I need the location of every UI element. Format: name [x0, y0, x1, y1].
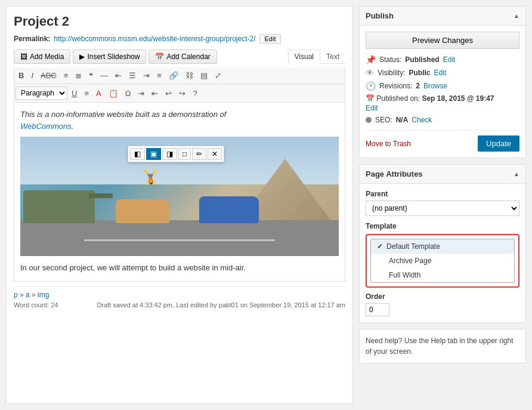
template-item-fullwidth[interactable]: Full Width: [371, 268, 514, 282]
status-value: Published: [405, 56, 439, 64]
update-button[interactable]: Update: [478, 135, 519, 152]
media-toolbar: 🖼 Add Media ▶ Insert Slideshow 📅 Add Cal…: [14, 50, 345, 64]
status-edit-link[interactable]: Edit: [443, 56, 456, 64]
paragraph-select[interactable]: Paragraph Heading 1 Heading 2 Heading 3: [16, 87, 67, 100]
published-label: Published on:: [376, 94, 420, 103]
justify-button[interactable]: ≡: [81, 88, 92, 99]
published-date: Sep 18, 2015 @ 19:47: [422, 94, 494, 103]
scene-road: [20, 220, 339, 256]
link-button[interactable]: 🔗: [166, 70, 181, 81]
scene-car1: [116, 199, 169, 223]
template-item-archive[interactable]: Archive Page: [371, 254, 514, 268]
hr-button[interactable]: —: [97, 70, 111, 81]
breadcrumb-img[interactable]: img: [38, 291, 49, 299]
template-default-label: Default Template: [386, 242, 440, 251]
breadcrumb-p[interactable]: p: [14, 291, 18, 299]
scene-road-line: [84, 239, 275, 241]
editor-content[interactable]: This is a non-informative website built …: [14, 103, 345, 282]
image-toolbar: ◧ ▣ ◨ □ ✏ ✕: [128, 146, 224, 162]
revisions-value: 2: [416, 82, 420, 90]
insert-more-button[interactable]: ▤: [197, 70, 211, 81]
webcommons-link[interactable]: WebCommons: [20, 122, 72, 131]
img-edit-btn[interactable]: ✏: [192, 148, 206, 160]
format-toolbar-1: B I ABC ≡ ≣ ❝ — ⇤ ☰ ⇥ ≡ 🔗 ⛓ ▤ ⤢: [14, 67, 345, 84]
italic-button[interactable]: I: [28, 70, 36, 81]
help-format-button[interactable]: ?: [190, 88, 200, 99]
permalink-url[interactable]: http://webcommons.mssm.edu/website-inter…: [54, 35, 255, 43]
editor-intro-text: This is a non-informative website built …: [20, 109, 339, 132]
text-color-button[interactable]: A: [93, 88, 104, 99]
editor-tabs: Visual Text: [288, 50, 345, 64]
align-right-button[interactable]: ⇥: [140, 70, 153, 81]
seo-check-link[interactable]: Check: [412, 116, 432, 124]
template-item-default[interactable]: ✓ Default Template: [371, 239, 514, 254]
strikethrough-button[interactable]: ABC: [38, 70, 60, 81]
scene-car2: [199, 196, 259, 223]
custom-chars-button[interactable]: Ω: [122, 88, 134, 99]
move-to-trash-link[interactable]: Move to Trash: [366, 140, 411, 148]
template-dropdown-container: ✓ Default Template Archive Page Full Wid…: [366, 234, 519, 288]
permalink-label: Permalink:: [14, 35, 50, 43]
visibility-value: Public: [409, 69, 430, 77]
sidebar-panel: Publish ▲ Preview Changes 📌 Status: Publ…: [359, 6, 526, 404]
fullscreen-button[interactable]: ⤢: [212, 70, 224, 81]
preview-changes-button[interactable]: Preview Changes: [366, 32, 519, 49]
permalink-edit-button[interactable]: Edit: [259, 34, 282, 44]
blockquote-button[interactable]: ❝: [86, 70, 96, 81]
unordered-list-button[interactable]: ≡: [61, 70, 72, 81]
revisions-browse-link[interactable]: Browse: [423, 82, 447, 90]
order-input[interactable]: [366, 303, 389, 316]
breadcrumb-a[interactable]: a: [26, 291, 30, 299]
visibility-label: Visibility:: [378, 69, 405, 77]
status-row: 📌 Status: Published Edit: [366, 55, 519, 64]
word-count-label: Word count: 24: [14, 301, 58, 309]
editor-footer: p » a » img Word count: 24 Draft saved a…: [14, 286, 345, 309]
published-edit-link[interactable]: Edit: [366, 104, 519, 112]
publish-collapse-button[interactable]: ▲: [514, 13, 519, 19]
text-tab[interactable]: Text: [320, 50, 345, 63]
ordered-list-button[interactable]: ≣: [72, 70, 85, 81]
add-media-button[interactable]: 🖼 Add Media: [14, 50, 70, 64]
visibility-edit-link[interactable]: Edit: [434, 69, 446, 77]
publish-actions: Move to Trash Update: [366, 130, 519, 152]
page-attributes-title: Page Attributes: [366, 169, 423, 178]
breadcrumb: p » a » img: [14, 291, 345, 299]
img-align-none-btn[interactable]: □: [178, 148, 191, 160]
visual-tab[interactable]: Visual: [288, 50, 320, 64]
align-center-button[interactable]: ☰: [126, 70, 139, 81]
align-left-button[interactable]: ⇤: [112, 70, 125, 81]
page-attributes-box: Page Attributes ▲ Parent (no parent) Tem…: [359, 164, 526, 323]
post-title: Project 2: [14, 14, 345, 29]
indent-button[interactable]: ⇥: [135, 88, 147, 99]
template-checkmark: ✓: [377, 242, 383, 251]
add-calendar-button[interactable]: 📅 Add Calendar: [149, 50, 216, 64]
template-dropdown-list: ✓ Default Template Archive Page Full Wid…: [370, 239, 515, 283]
unlink-button[interactable]: ⛓: [183, 70, 196, 81]
outdent-button[interactable]: ⇤: [149, 88, 161, 99]
page-attributes-collapse-button[interactable]: ▲: [514, 171, 519, 177]
publish-title: Publish: [366, 11, 394, 20]
img-align-left-btn[interactable]: ◧: [130, 148, 145, 160]
parent-select[interactable]: (no parent): [366, 201, 519, 216]
seo-row: SEO: N/A Check: [366, 116, 519, 124]
visibility-row: 👁 Visibility: Public Edit: [366, 68, 519, 78]
underline-button[interactable]: U: [69, 88, 80, 99]
align-justify-button[interactable]: ≡: [154, 70, 165, 81]
template-label: Template: [366, 222, 519, 230]
insert-slideshow-button[interactable]: ▶ Insert Slideshow: [73, 50, 146, 64]
img-align-center-btn[interactable]: ▣: [146, 148, 161, 160]
bold-button[interactable]: B: [16, 70, 27, 81]
word-count-row: Word count: 24 Draft saved at 4:33:42 pm…: [14, 301, 345, 309]
paste-text-button[interactable]: 📋: [106, 88, 121, 99]
scene-tank: [23, 190, 95, 223]
page-attributes-header: Page Attributes ▲: [360, 165, 525, 184]
visibility-icon: 👁: [366, 68, 374, 78]
undo-button[interactable]: ↩: [162, 88, 175, 99]
redo-button[interactable]: ↪: [176, 88, 188, 99]
calendar-icon: 📅: [155, 53, 164, 61]
scene-tank-barrel: [89, 193, 113, 198]
img-align-right-btn[interactable]: ◨: [162, 148, 177, 160]
revisions-label: Revisions:: [379, 82, 412, 90]
page-attributes-content: Parent (no parent) Template ✓ Default Te…: [360, 184, 525, 322]
img-remove-btn[interactable]: ✕: [208, 148, 222, 160]
